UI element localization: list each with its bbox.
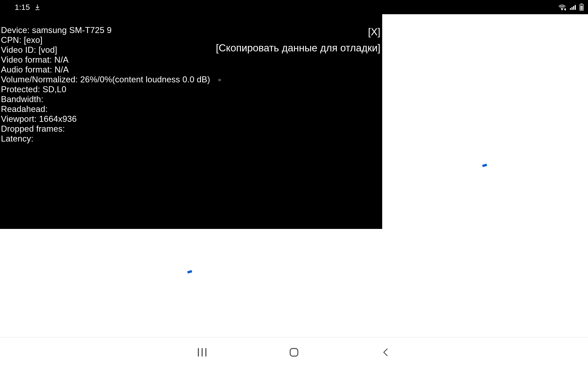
loading-spinner-icon <box>482 164 487 167</box>
right-loading-pane <box>382 14 588 337</box>
debug-latency: Latency: <box>1 134 221 144</box>
status-bar-left: 1:15 <box>15 3 41 12</box>
svg-rect-3 <box>571 7 573 10</box>
nerd-stats-overlay: Device: samsung SM-T725 9 CPN: [exo] Vid… <box>1 25 221 144</box>
debug-readahead: Readahead: <box>1 104 221 114</box>
download-icon <box>34 4 41 10</box>
nerd-stats-actions: [X] [Скопировать данные для отладки] <box>216 25 380 55</box>
svg-rect-12 <box>290 348 298 356</box>
debug-audio-format: Audio format: N/A <box>1 65 221 75</box>
debug-video-format: Video format: N/A <box>1 55 221 65</box>
svg-rect-5 <box>575 5 576 10</box>
wifi-icon: + <box>558 4 566 10</box>
debug-viewport: Viewport: 1664x936 <box>1 114 221 124</box>
debug-volume-text: Volume/Normalized: 26%/0%(content loudne… <box>1 75 210 84</box>
status-bar: 1:15 + <box>0 0 588 14</box>
loading-spinner-icon <box>187 270 192 274</box>
status-time: 1:15 <box>15 3 30 12</box>
svg-rect-4 <box>573 6 574 10</box>
status-bar-right: + <box>558 3 584 11</box>
svg-rect-2 <box>570 8 571 10</box>
debug-video-id: Video ID: [vod] <box>1 45 221 55</box>
debug-dropped: Dropped frames: <box>1 124 221 134</box>
debug-bandwidth: Bandwidth: <box>1 94 221 104</box>
video-player-pane[interactable]: Device: samsung SM-T725 9 CPN: [exo] Vid… <box>0 14 382 229</box>
debug-volume: Volume/Normalized: 26%/0%(content loudne… <box>1 75 221 84</box>
system-navigation-bar <box>0 337 588 367</box>
debug-protected: Protected: SD,L0 <box>1 84 221 94</box>
back-button[interactable] <box>377 343 395 361</box>
debug-device: Device: samsung SM-T725 9 <box>1 25 221 35</box>
battery-icon <box>579 3 584 11</box>
recents-button[interactable] <box>193 343 211 361</box>
below-video-loading-pane <box>0 229 382 337</box>
signal-icon <box>569 4 576 10</box>
home-button[interactable] <box>285 343 303 361</box>
svg-rect-8 <box>580 6 583 10</box>
loudness-indicator-icon <box>218 79 221 81</box>
svg-point-0 <box>562 9 562 10</box>
svg-text:+: + <box>564 8 566 10</box>
copy-debug-info-button[interactable]: [Скопировать данные для отладки] <box>216 41 380 55</box>
debug-cpn: CPN: [exo] <box>1 35 221 45</box>
close-nerd-stats-button[interactable]: [X] <box>216 25 380 39</box>
